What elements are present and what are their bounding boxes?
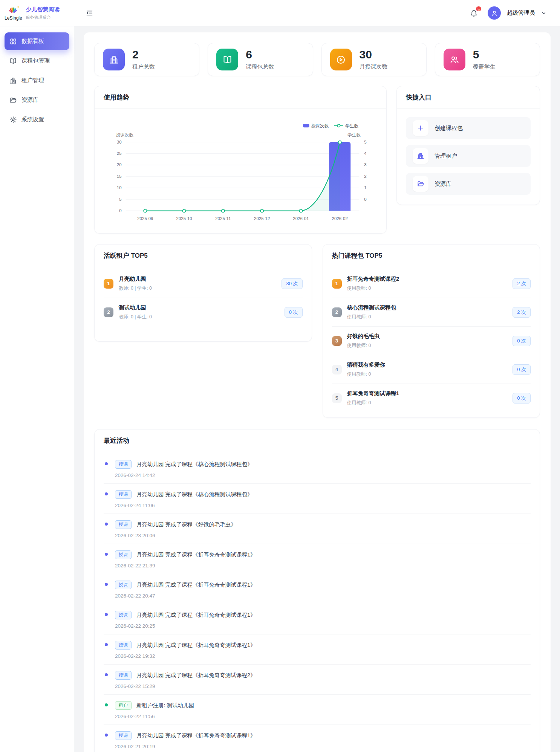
activity-row: 授课 月亮幼儿园 完成了课程《折耳兔奇奇测试课程2》 2026-02-22 15… [104,665,531,695]
activity-message: 月亮幼儿园 完成了课程《折耳兔奇奇测试课程1》 [136,551,256,558]
course-row[interactable]: 5 折耳兔奇奇测试课程1 使用教师: 0 0 次 [332,384,531,412]
sidebar-item-label: 租户管理 [21,77,44,84]
active-tenants-card: 活跃租户 TOP5 1 月亮幼儿园 教师: 0 | 学生: 0 30 次 2 [94,244,312,342]
legend-bar-label[interactable]: 授课次数 [311,124,329,128]
activity-row: 授课 月亮幼儿园 完成了课程《折耳兔奇奇测试课程1》 2026-02-22 20… [104,574,531,604]
svg-text:2026-01: 2026-01 [293,216,309,221]
stats-row: 2 租户总数 6 课程包总数 [94,43,540,76]
activity-tag: 租户 [115,701,132,710]
rank-badge: 1 [332,279,342,289]
activity-dot [105,492,108,495]
activity-dot [105,583,108,586]
svg-text:1: 1 [364,185,366,190]
activity-dot [105,613,108,616]
top-header: 5 超级管理员 [74,0,560,26]
activity-time: 2026-02-22 15:29 [115,683,531,689]
open-book-icon [9,57,17,65]
activity-time: 2026-02-24 11:06 [115,503,531,508]
activity-dot [105,553,108,556]
sidebar-item-label: 数据看板 [21,38,44,45]
course-row[interactable]: 3 好饿的毛毛虫 使用教师: 0 0 次 [332,327,531,355]
dashboard-grid-icon [9,38,17,45]
count-badge: 0 次 [513,336,531,346]
x-axis-labels: 2025-09 2025-10 2025-11 2025-12 2026-01 … [137,216,348,221]
activity-time: 2026-02-23 20:06 [115,533,531,538]
tenant-row[interactable]: 1 月亮幼儿园 教师: 0 | 学生: 0 30 次 [104,269,303,298]
quick-link-resources[interactable]: 资源库 [406,173,531,195]
stat-value: 5 [473,49,496,60]
svg-text:5: 5 [364,140,366,144]
rank-badge: 3 [332,336,342,346]
play-circle-icon [330,49,352,70]
tenant-meta: 教师: 0 | 学生: 0 [119,285,276,292]
svg-text:30: 30 [117,140,122,144]
activity-time: 2026-02-21 20:19 [115,744,531,749]
quick-links-title: 快捷入口 [397,86,540,109]
activity-message: 月亮幼儿园 完成了课程《折耳兔奇奇测试课程1》 [136,611,256,619]
rank-badge: 1 [104,279,113,289]
hot-courses-title: 热门课程包 TOP5 [323,245,540,267]
rank-badge: 5 [332,393,342,403]
user-icon [491,10,498,17]
stat-label: 月授课次数 [360,63,388,70]
brand-logo: LeSingle [5,5,22,21]
course-meta: 使用教师: 0 [347,342,508,349]
course-name: 核心流程测试课程包 [347,304,508,311]
activity-message: 月亮幼儿园 完成了课程《折耳兔奇奇测试课程1》 [136,732,256,739]
sidebar-item-course-packages[interactable]: 课程包管理 [5,52,69,70]
building-icon [9,77,17,84]
course-name: 折耳兔奇奇测试课程2 [347,275,508,283]
sidebar-item-settings[interactable]: 系统设置 [5,111,69,128]
activity-message: 月亮幼儿园 完成了课程《好饿的毛毛虫》 [136,521,236,528]
stat-card-course-packages: 6 课程包总数 [208,43,313,76]
count-badge: 30 次 [282,278,302,289]
avatar[interactable] [488,6,501,20]
sidebar-item-dashboard[interactable]: 数据看板 [5,32,69,50]
activity-dot [105,703,108,706]
svg-text:0: 0 [119,208,121,213]
stat-value: 6 [246,49,274,60]
course-row[interactable]: 2 核心流程测试课程包 使用教师: 0 2 次 [332,298,531,327]
notifications-button[interactable]: 5 [470,9,478,17]
app-subtitle: 服务管理后台 [26,15,60,20]
stat-card-tenants: 2 租户总数 [94,43,199,76]
recent-activity-card: 最近活动 授课 月亮幼儿园 完成了课程《核心流程测试课程包》 2026-02-2… [94,429,540,752]
sidebar-item-resources[interactable]: 资源库 [5,91,69,109]
activity-dot [105,523,108,526]
course-meta: 使用教师: 0 [347,285,508,292]
sidebar-item-tenants[interactable]: 租户管理 [5,72,69,89]
open-book-icon [216,49,238,70]
svg-text:2026-02: 2026-02 [332,216,348,221]
collapse-sidebar-icon[interactable] [86,9,93,17]
stat-card-monthly-lessons: 30 月授课次数 [321,43,427,76]
count-badge: 2 次 [513,307,531,318]
activity-row: 授课 月亮幼儿园 完成了课程《折耳兔奇奇测试课程1》 2026-02-21 20… [104,725,531,752]
activity-tag: 授课 [115,581,132,589]
tenant-name: 测试幼儿园 [119,304,279,311]
sidebar: LeSingle 少儿智慧阅读 服务管理后台 数据看板 课程包管理 租户管理 [0,0,74,752]
activity-time: 2026-02-22 20:47 [115,593,531,599]
quick-link-create-course[interactable]: 创建课程包 [406,117,531,139]
sidebar-item-label: 系统设置 [21,116,44,123]
user-menu-trigger[interactable] [541,11,546,16]
activity-tag: 授课 [115,460,132,469]
svg-text:25: 25 [117,151,122,156]
active-tenants-title: 活跃租户 TOP5 [95,245,312,267]
quick-link-manage-tenants[interactable]: 管理租户 [406,145,531,167]
svg-text:10: 10 [117,185,122,190]
activity-row: 授课 月亮幼儿园 完成了课程《好饿的毛毛虫》 2026-02-23 20:06 [104,514,531,544]
brand: LeSingle 少儿智慧阅读 服务管理后台 [0,0,74,26]
stat-value: 30 [360,49,388,60]
app-title: 少儿智慧阅读 [26,6,60,13]
legend-line-label[interactable]: 学生数 [345,124,358,128]
tenant-row[interactable]: 2 测试幼儿园 教师: 0 | 学生: 0 0 次 [104,298,303,326]
activity-tag: 授课 [115,731,132,740]
course-row[interactable]: 1 折耳兔奇奇测试课程2 使用教师: 0 2 次 [332,269,531,298]
svg-text:2025-10: 2025-10 [176,216,192,221]
activity-message: 月亮幼儿园 完成了课程《核心流程测试课程包》 [136,491,253,498]
svg-text:2025-12: 2025-12 [254,216,270,221]
hot-courses-card: 热门课程包 TOP5 1 折耳兔奇奇测试课程2 使用教师: 0 2 次 2 [323,244,540,418]
stat-label: 租户总数 [132,63,155,70]
left-axis-ticks: 30 25 20 15 10 5 0 [117,140,122,213]
course-row[interactable]: 4 猜猜我有多爱你 使用教师: 0 0 次 [332,355,531,384]
